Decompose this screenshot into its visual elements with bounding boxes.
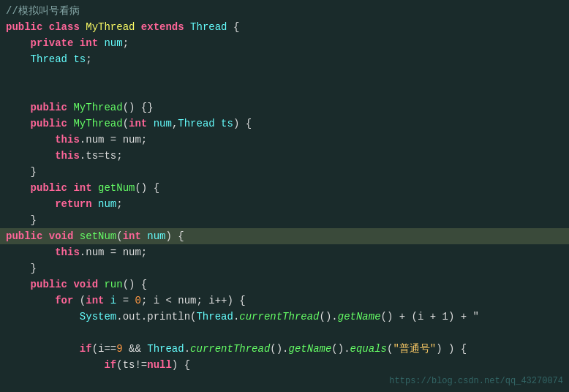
paren-open3: (	[80, 293, 86, 309]
code-line-10: this.ts=ts;	[0, 148, 569, 164]
paren-close: ) {	[233, 116, 252, 132]
method-getnum: getNum	[98, 180, 135, 196]
indent	[6, 293, 55, 309]
for-body: =	[116, 293, 135, 309]
thread-type: Thread	[190, 19, 227, 35]
keyword-public3: public	[31, 116, 74, 132]
indent-brace	[6, 260, 31, 276]
code-line-14: }	[0, 212, 569, 228]
comment-text: //模拟叫号看病	[6, 3, 80, 19]
var-ts: ts	[73, 51, 86, 67]
indent	[6, 99, 31, 116]
code-line-11: }	[0, 164, 569, 180]
indent	[6, 357, 104, 373]
thread-type2: Thread	[31, 51, 67, 67]
semi: ;	[86, 51, 91, 67]
code-line-6	[0, 83, 569, 99]
keyword-if2: if	[104, 357, 116, 373]
thread-param-type: Thread	[178, 116, 214, 132]
string-putonghao: "普通号"	[393, 341, 436, 357]
paren-open4: (i==	[92, 341, 117, 357]
keyword-private: private	[31, 35, 80, 51]
code-line-18: public void run() {	[0, 276, 569, 293]
keyword-public4: public	[31, 180, 74, 196]
watermark: https://blog.csdn.net/qq_43270074	[389, 376, 563, 386]
brace-close2: }	[31, 212, 37, 228]
keyword-if: if	[80, 341, 92, 357]
param-num: num	[154, 116, 172, 132]
indent	[6, 341, 80, 357]
keyword-void2: void	[73, 276, 104, 293]
code-line-1: //模拟叫号看病	[0, 3, 569, 19]
indent	[6, 116, 31, 132]
num-nine: 9	[116, 341, 122, 357]
semi3: ; i < num; i++) {	[141, 293, 246, 309]
method-getname2: getName	[289, 341, 332, 357]
code-line-17: }	[0, 260, 569, 276]
call3: ().	[270, 341, 288, 357]
brace-inner: ) {	[172, 357, 190, 373]
space	[67, 51, 73, 67]
code-line-12: public int getNum() {	[0, 180, 569, 196]
indent	[6, 309, 80, 325]
return-num: num	[98, 196, 116, 212]
code-editor: //模拟叫号看病 public class MyThread extends T…	[0, 0, 569, 392]
keyword-this2: this	[55, 148, 80, 164]
code-line-21	[0, 325, 569, 341]
method-equals: equals	[350, 341, 387, 357]
system-call: System	[80, 309, 116, 325]
parens3: () {	[123, 276, 148, 293]
indent	[6, 244, 55, 260]
dot: .out.println(	[116, 309, 196, 325]
indent	[6, 148, 55, 164]
call2: () + (i + 1) + "	[381, 309, 479, 325]
class-name: MyThread	[86, 19, 141, 35]
param-num2: num	[147, 228, 165, 244]
keyword-public5: public	[6, 228, 49, 244]
call4: ().	[331, 341, 350, 357]
keyword-for: for	[55, 293, 80, 309]
parens: () {}	[123, 99, 154, 116]
dot2: .	[233, 309, 239, 325]
condition-close: ) ) {	[436, 341, 467, 357]
code-line-7: public MyThread() {}	[0, 99, 569, 116]
dot-num: .num = num;	[80, 132, 147, 148]
brace-close3: }	[31, 260, 37, 276]
keyword-void: void	[49, 228, 80, 244]
space2	[215, 116, 221, 132]
code-line-23: if(ts!=null) {	[0, 357, 569, 373]
keyword-int4: int	[123, 228, 148, 244]
call1: ().	[320, 309, 338, 325]
paren-open2: (	[116, 228, 122, 244]
brace-open: {	[227, 19, 240, 35]
param-ts: ts	[221, 116, 233, 132]
paren-open5: (ts!=	[116, 357, 147, 373]
indent	[6, 164, 31, 180]
code-line-3: private int num;	[0, 35, 569, 51]
paren-open: (	[123, 116, 129, 132]
code-line-8: public MyThread(int num,Thread ts) {	[0, 116, 569, 132]
keyword-this3: this	[55, 244, 80, 260]
constructor-2: MyThread	[73, 116, 122, 132]
code-line-22: if(i==9 && Thread.currentThread().getNam…	[0, 341, 569, 357]
indent	[6, 180, 31, 196]
dot-num2: .num = num;	[80, 244, 147, 260]
keyword-class: class	[49, 19, 86, 35]
method-getname: getName	[338, 309, 381, 325]
var-i: i	[110, 293, 116, 309]
method-currentthread: currentThread	[239, 309, 319, 325]
keyword-public: public	[6, 19, 49, 35]
method-currentthread2: currentThread	[190, 341, 270, 357]
thread-ref2: Thread	[147, 341, 184, 357]
var-num: num	[104, 35, 122, 51]
indent	[6, 196, 55, 212]
keyword-public2: public	[31, 99, 74, 116]
keyword-extends: extends	[141, 19, 190, 35]
code-line-13: return num;	[0, 196, 569, 212]
keyword-return: return	[55, 196, 98, 212]
code-line-20: System.out.println(Thread.currentThread(…	[0, 309, 569, 325]
paren-close2: ) {	[165, 228, 184, 244]
indent	[6, 35, 31, 51]
keyword-public6: public	[31, 276, 74, 293]
method-setnum: setNum	[80, 228, 116, 244]
